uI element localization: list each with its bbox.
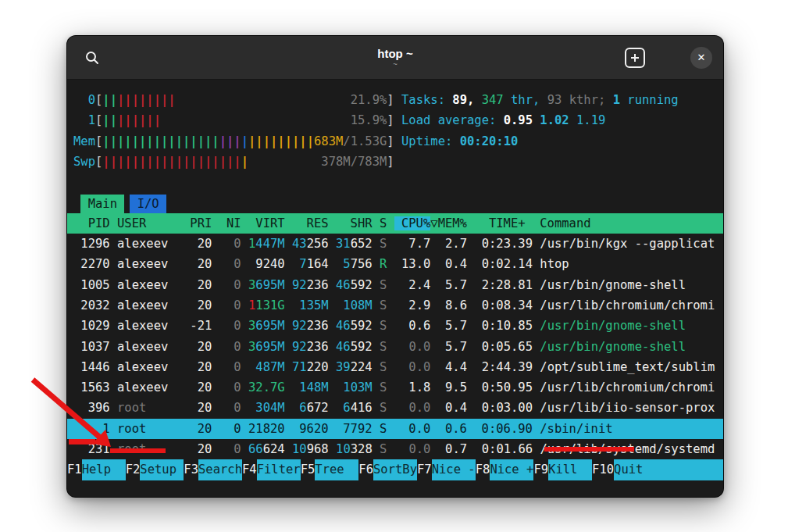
process-cell: 236: [307, 278, 329, 292]
process-row[interactable]: 1446 alexeev 20 0 487M 71220 39224 S 0.0…: [67, 357, 723, 377]
column-header: ▽: [430, 216, 437, 230]
process-row[interactable]: 2032 alexeev 20 0 1131G 135M 108M S 2.9 …: [67, 295, 723, 316]
fnkey-f5: F5: [301, 459, 316, 480]
process-cell: [373, 237, 380, 251]
fnbutton-kill[interactable]: Kill: [548, 459, 592, 480]
process-row[interactable]: 231 root 20 0 66624 10968 10328 S 0.0 0.…: [67, 439, 723, 459]
window-subtitle: ~: [393, 60, 398, 69]
stats-text: 1: [613, 93, 620, 107]
process-row-content: 1005 alexeev 20 0 3695M 92236 46592 S 2.…: [67, 275, 692, 295]
process-cell: 5.7 0:05.65: [430, 340, 540, 354]
process-cell: S: [380, 298, 387, 312]
fnbutton-nice+[interactable]: Nice +: [490, 459, 533, 480]
process-cell: 2270 alexeev 20: [73, 257, 219, 271]
fnbutton-setup[interactable]: Setup: [140, 459, 184, 480]
process-cell: [285, 298, 300, 312]
process-row-content: 2032 alexeev 20 0 1131G 135M 108M S 2.9 …: [67, 295, 721, 316]
process-row[interactable]: 396 root 20 0 304M 6672 6416 S 0.0 0.4 0…: [67, 398, 723, 418]
process-cell: 92: [292, 319, 307, 333]
process-cell: 416: [351, 401, 373, 415]
process-cell: [329, 278, 336, 292]
process-cell: 0: [219, 257, 241, 271]
tab-io[interactable]: I/O: [130, 195, 166, 213]
screen-tabs: Main I/O: [67, 192, 723, 212]
menu-icon[interactable]: [659, 52, 676, 64]
process-cell: 1037 alexeev 20: [73, 340, 219, 354]
search-icon[interactable]: [81, 47, 103, 69]
process-cell: 20: [183, 442, 219, 456]
process-cell: [241, 257, 256, 271]
fnkey-f8: F8: [476, 459, 490, 480]
process-cell: S: [380, 360, 387, 374]
process-cell: 13.0 0.4 0:02.14 htop: [387, 257, 569, 271]
meter-bracket: ]: [387, 155, 401, 169]
process-cell: [241, 298, 248, 312]
meter-value: /1.53G: [343, 134, 387, 148]
process-cell: 695M: [255, 319, 284, 333]
process-cell: [329, 380, 344, 395]
process-cell: S: [380, 340, 387, 354]
process-cell: [373, 360, 380, 374]
fnbutton-quit[interactable]: Quit: [614, 459, 723, 480]
fnbutton-sortby[interactable]: SortBy: [373, 459, 417, 480]
process-cell: 0: [219, 237, 241, 251]
process-cell: [285, 257, 300, 271]
fnbutton-filter[interactable]: Filter: [257, 459, 301, 480]
process-row[interactable]: 2270 alexeev 20 0 9240 7164 5756 R 13.0 …: [67, 254, 723, 274]
process-cell: S: [380, 237, 387, 251]
process-cell: 32.7G: [248, 380, 285, 395]
close-icon[interactable]: ✕: [690, 47, 712, 69]
process-cell: [329, 319, 336, 333]
process-row[interactable]: 1029 alexeev -21 0 3695M 92236 46592 S 0…: [67, 316, 723, 336]
process-row-content: 1 root 20 0 21820 9620 7792 S 0.0 0.6 0:…: [67, 419, 619, 439]
meter-pad: [176, 93, 351, 107]
process-cell: [329, 360, 336, 374]
process-cell: R: [380, 257, 387, 271]
process-cell: [373, 298, 380, 312]
fnbutton-nice-[interactable]: Nice -: [432, 459, 476, 480]
process-row[interactable]: 1005 alexeev 20 0 3695M 92236 46592 S 2.…: [67, 275, 723, 295]
meter-label: Swp: [73, 155, 95, 169]
fnbutton-tree[interactable]: Tree: [315, 459, 358, 480]
fnbutton-help[interactable]: Help: [82, 459, 126, 480]
function-key-bar: F1Help F2Setup F3SearchF4FilterF5Tree F6…: [67, 459, 723, 480]
fnkey-f9: F9: [533, 459, 548, 480]
stats-text: 347: [482, 93, 511, 107]
process-cell: [241, 442, 248, 456]
process-cell: [329, 237, 336, 251]
process-cell: 71: [292, 360, 307, 374]
process-cell: [373, 278, 380, 292]
process-cell: [285, 278, 292, 292]
process-cell: 0: [219, 340, 241, 354]
process-row[interactable]: 1037 alexeev 20 0 3695M 92236 46592 S 0.…: [67, 337, 723, 357]
meter-bracket: [: [95, 93, 102, 107]
process-cell: S: [380, 319, 387, 333]
process-cell: 1 root 20 0 21820 9620 7792 S 0.0 0.6 0:…: [73, 422, 613, 436]
process-cell: 39: [336, 360, 351, 374]
process-cell: 652: [351, 237, 373, 251]
process-cell: [387, 340, 401, 354]
stats-text: 0.95: [504, 113, 540, 127]
process-row[interactable]: 1296 alexeev 20 0 1447M 43256 31652 S 7.…: [67, 234, 723, 254]
process-cell: 10: [336, 442, 351, 456]
meter-pad: [248, 155, 321, 169]
process-cell: /usr/bin/gnome-shell: [540, 340, 686, 354]
process-row-selected[interactable]: 1 root 20 0 21820 9620 7792 S 0.0 0.6 0:…: [67, 419, 723, 439]
process-cell: [285, 237, 292, 251]
tab-main[interactable]: Main: [80, 195, 124, 213]
meter-bars: |||: [219, 134, 241, 148]
meter-bars: ||: [102, 93, 117, 107]
fnbutton-search[interactable]: Search: [198, 459, 242, 480]
process-cell: S: [380, 401, 387, 415]
process-row-content: 231 root 20 0 66624 10968 10328 S 0.0 0.…: [67, 439, 721, 459]
terminal-area[interactable]: 0[|||||||||| 21.9%] Tasks: 89, 347 thr, …: [67, 80, 723, 497]
meter-bracket: [: [95, 134, 102, 148]
new-tab-icon[interactable]: [625, 48, 645, 68]
process-row[interactable]: 1563 alexeev 20 0 32.7G 148M 103M S 1.8 …: [67, 377, 723, 398]
process-cell: 695M: [255, 278, 284, 292]
process-cell: 3: [248, 340, 255, 354]
process-cell: 0: [219, 360, 241, 374]
process-row-content: 396 root 20 0 304M 6672 6416 S 0.0 0.4 0…: [67, 398, 721, 418]
table-header-row[interactable]: PID USER PRI NI VIRT RES SHR S CPU%▽MEM%…: [67, 213, 723, 234]
process-cell: [329, 257, 344, 271]
